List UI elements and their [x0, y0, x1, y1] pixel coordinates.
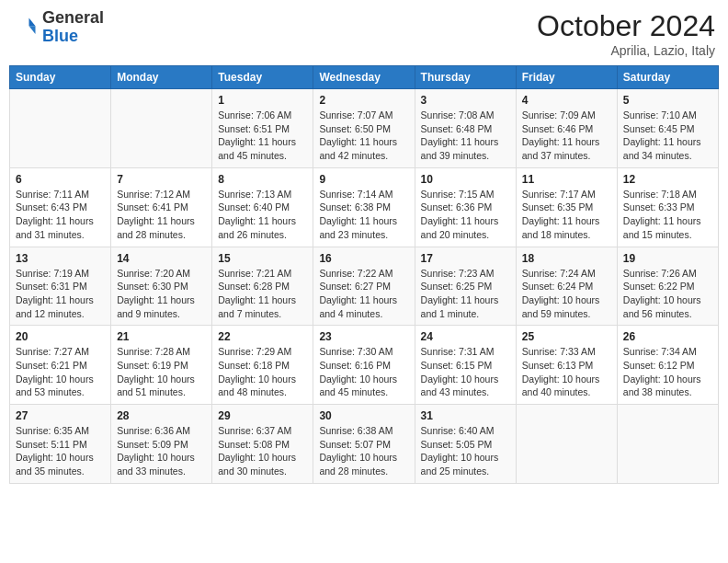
day-info: Sunrise: 7:22 AM Sunset: 6:27 PM Dayligh… — [319, 267, 408, 321]
day-number: 1 — [218, 94, 307, 107]
day-info: Sunrise: 6:35 AM Sunset: 5:11 PM Dayligh… — [16, 424, 105, 478]
day-cell: 6Sunrise: 7:11 AM Sunset: 6:43 PM Daylig… — [10, 167, 111, 247]
day-number: 23 — [319, 330, 408, 343]
day-number: 3 — [421, 94, 510, 107]
day-number: 24 — [421, 330, 510, 343]
day-cell: 21Sunrise: 7:28 AM Sunset: 6:19 PM Dayli… — [111, 326, 212, 405]
day-number: 22 — [218, 330, 307, 343]
day-info: Sunrise: 6:37 AM Sunset: 5:08 PM Dayligh… — [218, 424, 307, 478]
day-cell: 27Sunrise: 6:35 AM Sunset: 5:11 PM Dayli… — [10, 405, 111, 484]
day-number: 31 — [421, 409, 510, 422]
day-info: Sunrise: 7:07 AM Sunset: 6:50 PM Dayligh… — [319, 109, 408, 163]
svg-marker-1 — [29, 26, 36, 34]
week-row-1: 6Sunrise: 7:11 AM Sunset: 6:43 PM Daylig… — [10, 167, 719, 247]
day-number: 7 — [117, 173, 206, 186]
day-info: Sunrise: 7:34 AM Sunset: 6:12 PM Dayligh… — [623, 345, 712, 399]
day-info: Sunrise: 6:38 AM Sunset: 5:07 PM Dayligh… — [319, 424, 408, 478]
header-cell-wednesday: Wednesday — [313, 66, 415, 89]
month-title: October 2024 — [537, 9, 715, 43]
day-cell: 30Sunrise: 6:38 AM Sunset: 5:07 PM Dayli… — [313, 405, 415, 484]
logo: General Blue — [13, 9, 104, 46]
header-cell-monday: Monday — [111, 66, 212, 89]
day-number: 26 — [623, 330, 712, 343]
day-cell: 14Sunrise: 7:20 AM Sunset: 6:30 PM Dayli… — [111, 247, 212, 326]
day-cell: 4Sunrise: 7:09 AM Sunset: 6:46 PM Daylig… — [516, 89, 617, 168]
day-number: 14 — [117, 252, 206, 265]
header-row: SundayMondayTuesdayWednesdayThursdayFrid… — [10, 66, 719, 89]
day-number: 18 — [522, 252, 611, 265]
day-info: Sunrise: 7:19 AM Sunset: 6:31 PM Dayligh… — [16, 267, 105, 321]
header-cell-saturday: Saturday — [617, 66, 718, 89]
day-number: 2 — [319, 94, 408, 107]
day-cell — [516, 405, 617, 484]
day-cell: 26Sunrise: 7:34 AM Sunset: 6:12 PM Dayli… — [617, 326, 718, 405]
day-cell: 1Sunrise: 7:06 AM Sunset: 6:51 PM Daylig… — [212, 89, 313, 168]
title-block: October 2024 Aprilia, Lazio, Italy — [537, 9, 715, 58]
day-info: Sunrise: 7:21 AM Sunset: 6:28 PM Dayligh… — [218, 267, 307, 321]
header-cell-tuesday: Tuesday — [212, 66, 313, 89]
day-number: 20 — [16, 330, 105, 343]
calendar-header: SundayMondayTuesdayWednesdayThursdayFrid… — [10, 66, 719, 89]
day-cell: 15Sunrise: 7:21 AM Sunset: 6:28 PM Dayli… — [212, 247, 313, 326]
day-cell: 11Sunrise: 7:17 AM Sunset: 6:35 PM Dayli… — [516, 167, 617, 247]
day-cell: 2Sunrise: 7:07 AM Sunset: 6:50 PM Daylig… — [313, 89, 415, 168]
day-cell: 20Sunrise: 7:27 AM Sunset: 6:21 PM Dayli… — [10, 326, 111, 405]
day-cell — [10, 89, 111, 168]
day-cell: 29Sunrise: 6:37 AM Sunset: 5:08 PM Dayli… — [212, 405, 313, 484]
day-number: 27 — [16, 409, 105, 422]
day-cell: 12Sunrise: 7:18 AM Sunset: 6:33 PM Dayli… — [617, 167, 718, 247]
day-number: 28 — [117, 409, 206, 422]
page-header: General Blue October 2024 Aprilia, Lazio… — [9, 9, 719, 58]
day-cell: 9Sunrise: 7:14 AM Sunset: 6:38 PM Daylig… — [313, 167, 415, 247]
svg-marker-0 — [29, 17, 36, 26]
day-info: Sunrise: 7:17 AM Sunset: 6:35 PM Dayligh… — [522, 188, 611, 242]
day-info: Sunrise: 7:18 AM Sunset: 6:33 PM Dayligh… — [623, 188, 712, 242]
logo-general: General — [42, 8, 104, 27]
day-cell: 16Sunrise: 7:22 AM Sunset: 6:27 PM Dayli… — [313, 247, 415, 326]
day-number: 6 — [16, 173, 105, 186]
day-info: Sunrise: 7:31 AM Sunset: 6:15 PM Dayligh… — [421, 345, 510, 399]
day-cell: 7Sunrise: 7:12 AM Sunset: 6:41 PM Daylig… — [111, 167, 212, 247]
day-number: 10 — [421, 173, 510, 186]
day-info: Sunrise: 7:24 AM Sunset: 6:24 PM Dayligh… — [522, 267, 611, 321]
day-cell: 18Sunrise: 7:24 AM Sunset: 6:24 PM Dayli… — [516, 247, 617, 326]
day-number: 21 — [117, 330, 206, 343]
day-cell: 17Sunrise: 7:23 AM Sunset: 6:25 PM Dayli… — [415, 247, 516, 326]
day-info: Sunrise: 7:28 AM Sunset: 6:19 PM Dayligh… — [117, 345, 206, 399]
day-number: 4 — [522, 94, 611, 107]
day-info: Sunrise: 7:26 AM Sunset: 6:22 PM Dayligh… — [623, 267, 712, 321]
header-cell-thursday: Thursday — [415, 66, 516, 89]
week-row-0: 1Sunrise: 7:06 AM Sunset: 6:51 PM Daylig… — [10, 89, 719, 168]
day-number: 13 — [16, 252, 105, 265]
day-info: Sunrise: 7:14 AM Sunset: 6:38 PM Dayligh… — [319, 188, 408, 242]
day-cell: 31Sunrise: 6:40 AM Sunset: 5:05 PM Dayli… — [415, 405, 516, 484]
day-cell — [111, 89, 212, 168]
day-number: 17 — [421, 252, 510, 265]
day-number: 9 — [319, 173, 408, 186]
day-number: 16 — [319, 252, 408, 265]
day-number: 30 — [319, 409, 408, 422]
day-cell: 28Sunrise: 6:36 AM Sunset: 5:09 PM Dayli… — [111, 405, 212, 484]
day-cell: 13Sunrise: 7:19 AM Sunset: 6:31 PM Dayli… — [10, 247, 111, 326]
day-number: 25 — [522, 330, 611, 343]
day-info: Sunrise: 6:40 AM Sunset: 5:05 PM Dayligh… — [421, 424, 510, 478]
day-info: Sunrise: 7:23 AM Sunset: 6:25 PM Dayligh… — [421, 267, 510, 321]
day-number: 8 — [218, 173, 307, 186]
day-info: Sunrise: 7:30 AM Sunset: 6:16 PM Dayligh… — [319, 345, 408, 399]
day-cell: 25Sunrise: 7:33 AM Sunset: 6:13 PM Dayli… — [516, 326, 617, 405]
day-cell: 22Sunrise: 7:29 AM Sunset: 6:18 PM Dayli… — [212, 326, 313, 405]
day-info: Sunrise: 7:13 AM Sunset: 6:40 PM Dayligh… — [218, 188, 307, 242]
day-number: 29 — [218, 409, 307, 422]
day-info: Sunrise: 7:12 AM Sunset: 6:41 PM Dayligh… — [117, 188, 206, 242]
header-cell-sunday: Sunday — [10, 66, 111, 89]
week-row-4: 27Sunrise: 6:35 AM Sunset: 5:11 PM Dayli… — [10, 405, 719, 484]
day-cell: 24Sunrise: 7:31 AM Sunset: 6:15 PM Dayli… — [415, 326, 516, 405]
logo-text: General Blue — [42, 9, 104, 46]
day-number: 19 — [623, 252, 712, 265]
day-number: 5 — [623, 94, 712, 107]
day-cell: 5Sunrise: 7:10 AM Sunset: 6:45 PM Daylig… — [617, 89, 718, 168]
logo-icon — [13, 15, 39, 40]
day-number: 12 — [623, 173, 712, 186]
day-info: Sunrise: 7:27 AM Sunset: 6:21 PM Dayligh… — [16, 345, 105, 399]
calendar-body: 1Sunrise: 7:06 AM Sunset: 6:51 PM Daylig… — [10, 89, 719, 484]
